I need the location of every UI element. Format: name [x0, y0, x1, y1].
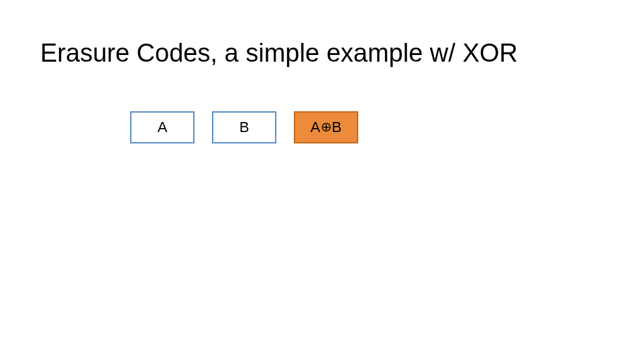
parity-label-a: A — [311, 119, 321, 136]
xor-icon: ⊕ — [321, 119, 332, 135]
block-row: A B A⊕B — [130, 111, 358, 143]
data-block-b: B — [212, 111, 276, 143]
parity-label-b: B — [332, 119, 342, 136]
block-label: A — [158, 119, 168, 136]
parity-block: A⊕B — [294, 111, 358, 143]
block-label: B — [239, 119, 250, 136]
data-block-a: A — [130, 111, 195, 143]
slide-title: Erasure Codes, a simple example w/ XOR — [40, 39, 518, 68]
